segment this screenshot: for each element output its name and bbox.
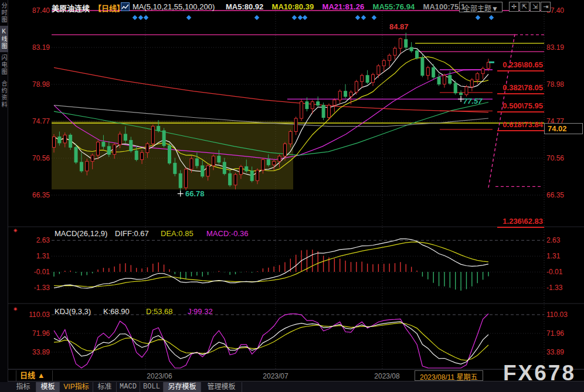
tab-管理模板[interactable]: 管理模板 <box>201 382 242 392</box>
main-axis-label-left: 83.19 <box>13 43 50 52</box>
fib-label: 0.500\75.95 <box>497 101 543 110</box>
event-marker-icon <box>292 15 297 20</box>
candle <box>454 83 457 93</box>
candle <box>212 156 215 165</box>
main-axis-label-right: 66.35 <box>546 191 564 199</box>
x-axis-date: 2023/08 <box>374 372 399 380</box>
candle <box>317 102 320 105</box>
event-marker-icon <box>355 15 360 20</box>
ma-legend-MA21: MA21:81.26 <box>322 2 365 11</box>
candle <box>239 166 242 174</box>
theme-selector-dropdown[interactable]: 全部主题▼ <box>459 2 502 12</box>
main-axis-label-right: 78.98 <box>546 80 564 88</box>
candle <box>58 137 61 142</box>
candle <box>382 60 385 66</box>
tab-VIP指标[interactable]: VIP指标 <box>60 382 93 392</box>
event-marker-icon <box>476 15 480 20</box>
kdj-header: KDJ(9,3,3) <box>55 307 91 316</box>
event-marker-icon <box>144 15 148 20</box>
candle <box>206 166 209 176</box>
tab-指标[interactable]: 指标 <box>11 382 36 392</box>
candle <box>86 161 89 171</box>
candle <box>273 161 276 165</box>
candle <box>366 76 369 83</box>
candle <box>195 159 198 166</box>
sidebar-item-合约资料[interactable]: 合约资料 <box>0 78 8 111</box>
macd-header: MACD(26,12,9) <box>55 229 107 238</box>
chart-canvas[interactable] <box>0 0 584 392</box>
candle <box>349 92 352 96</box>
candle <box>311 102 314 109</box>
macd-axis-label-left: -0.01 <box>13 268 50 276</box>
kdj-settings-icon[interactable]: ✷ <box>13 306 18 312</box>
app-window: { "colors": { "up":"#e13232", "down":"#3… <box>0 0 584 392</box>
candle <box>141 152 144 159</box>
candle <box>218 156 220 162</box>
event-marker-icon <box>138 15 143 20</box>
candle <box>69 135 72 147</box>
fib-underline <box>497 111 544 113</box>
candle <box>174 163 176 173</box>
main-axis-label-left: 66.35 <box>13 191 50 199</box>
macd-dea-value: DEA:0.85 <box>161 229 193 238</box>
ma-settings-label: MA(5,10,21,55,100,200) <box>133 2 215 11</box>
candle <box>416 51 419 58</box>
ma-legend-MA100: MA100:75.1 <box>423 2 466 11</box>
event-marker-icon <box>298 15 303 20</box>
watermark: FX678 <box>503 361 576 386</box>
scale-out-icon[interactable]: ⇲ <box>530 2 540 12</box>
price-level-box[interactable]: 74.02 <box>544 123 583 134</box>
kdj-axis-label-right: 71.96 <box>546 329 564 338</box>
candle <box>399 39 402 48</box>
candle <box>393 48 396 55</box>
tab-BOLL[interactable]: BOLL <box>140 382 164 392</box>
candle <box>305 102 308 109</box>
main-axis-label-left: 70.56 <box>13 154 50 162</box>
period-label: 日线 <box>20 371 35 380</box>
candle <box>124 134 127 140</box>
candle <box>267 159 270 165</box>
macd-axis-label-right: -0.01 <box>546 268 562 276</box>
sidebar-item-闪电图[interactable]: 闪电图 <box>0 52 8 78</box>
kdj-j-value: J:99.32 <box>188 307 213 316</box>
move-icon[interactable]: ✛ <box>509 2 519 12</box>
candle <box>80 162 83 171</box>
scale-in-icon[interactable]: ⇱ <box>520 2 529 12</box>
candle <box>294 118 297 131</box>
event-marker-icon <box>372 15 376 20</box>
candle <box>300 102 303 118</box>
macd-axis-label-right: 2.63 <box>546 236 560 244</box>
macd-axis-label-right: -1.33 <box>546 284 562 292</box>
candle <box>185 169 188 188</box>
shift-right-icon[interactable]: ⇥ <box>541 2 551 12</box>
candle <box>162 131 165 145</box>
kdj-axis-label-left: 110.03 <box>13 311 50 319</box>
candle <box>432 67 435 77</box>
candle <box>405 39 408 47</box>
candle <box>250 171 253 180</box>
macd-value: MACD:-0.36 <box>206 229 249 238</box>
line-chart-icon[interactable] <box>121 2 130 11</box>
tab-另存模板[interactable]: 另存模板 <box>164 382 201 392</box>
main-axis-label-left: 74.77 <box>13 117 50 125</box>
bottom-tab-bar: 指标模板VIP指标标准MACDBOLL另存模板管理模板 <box>0 382 584 392</box>
candle <box>278 156 281 161</box>
candle <box>201 166 204 176</box>
candle <box>289 131 292 144</box>
tab-标准[interactable]: 标准 <box>93 382 117 392</box>
main-axis-label-left: 87.40 <box>13 6 50 15</box>
tab-模板[interactable]: 模板 <box>36 382 60 392</box>
candle <box>113 145 116 154</box>
event-marker-icon <box>254 15 259 20</box>
x-axis-date: 2023/07 <box>263 372 288 380</box>
period-tag: 【日线】 <box>94 2 124 13</box>
sidebar-item-K线图[interactable]: K线图 <box>0 26 8 52</box>
period-selector[interactable]: 日线 ▲ <box>16 370 53 381</box>
kdj-axis-label-left: 33.89 <box>13 348 50 356</box>
candle <box>74 147 77 162</box>
sidebar-item-分时图[interactable]: 分时图 <box>0 0 8 26</box>
event-marker-icon <box>361 15 366 20</box>
tab-MACD[interactable]: MACD <box>117 382 140 392</box>
main-axis-label-right: 83.19 <box>546 43 564 52</box>
macd-settings-icon[interactable]: ✷ <box>13 227 18 234</box>
